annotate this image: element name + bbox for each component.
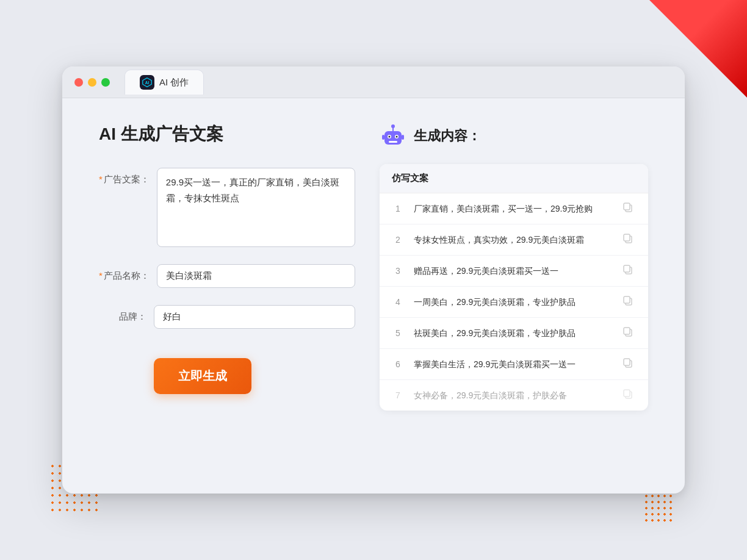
row-number: 5 <box>392 328 404 338</box>
svg-point-6 <box>396 136 398 138</box>
row-text: 女神必备，29.9元美白淡斑霜，护肤必备 <box>414 389 613 402</box>
browser-window: AI AI 创作 AI 生成广告文案 *广告文案： 29.9买一送一，真正的厂家… <box>62 66 685 494</box>
row-number: 1 <box>392 204 404 214</box>
right-panel: 生成内容： 仿写文案 1 厂家直销，美白淡斑霜，买一送一，29.9元抢购 2 专… <box>380 123 648 411</box>
copy-icon[interactable] <box>622 202 636 215</box>
svg-point-9 <box>391 124 395 128</box>
svg-rect-11 <box>402 135 404 140</box>
svg-rect-25 <box>624 390 630 397</box>
table-row: 1 厂家直销，美白淡斑霜，买一送一，29.9元抢购 <box>380 193 648 224</box>
table-row: 3 赠品再送，29.9元美白淡斑霜买一送一 <box>380 256 648 287</box>
maximize-button[interactable] <box>101 78 110 87</box>
table-header-text: 仿写文案 <box>392 173 428 183</box>
product-name-required: * <box>99 270 103 281</box>
copy-icon[interactable] <box>622 295 636 309</box>
result-title: 生成内容： <box>414 127 481 145</box>
copy-icon[interactable] <box>622 326 636 340</box>
svg-text:AI: AI <box>145 81 150 85</box>
tab-ai-creation[interactable]: AI AI 创作 <box>125 70 204 95</box>
svg-rect-13 <box>624 203 630 210</box>
result-rows: 1 厂家直销，美白淡斑霜，买一送一，29.9元抢购 2 专抹女性斑点，真实功效，… <box>380 193 648 411</box>
row-number: 2 <box>392 235 404 245</box>
svg-point-5 <box>389 136 391 138</box>
page-title: AI 生成广告文案 <box>99 123 355 146</box>
copy-icon[interactable] <box>622 357 636 371</box>
copy-icon[interactable] <box>622 389 636 402</box>
svg-rect-21 <box>624 328 630 334</box>
minimize-button[interactable] <box>88 78 96 87</box>
table-row: 6 掌握美白生活，29.9元美白淡斑霜买一送一 <box>380 349 648 380</box>
title-bar: AI AI 创作 <box>62 66 685 98</box>
table-row: 5 祛斑美白，29.9元美白淡斑霜，专业护肤品 <box>380 318 648 349</box>
brand-row: 品牌： <box>99 305 355 329</box>
row-text: 掌握美白生活，29.9元美白淡斑霜买一送一 <box>414 358 613 371</box>
table-row: 4 一周美白，29.9元美白淡斑霜，专业护肤品 <box>380 287 648 318</box>
row-text: 一周美白，29.9元美白淡斑霜，专业护肤品 <box>414 296 613 309</box>
brand-label: 品牌： <box>99 305 154 323</box>
ai-tab-icon: AI <box>140 75 154 90</box>
tab-label: AI 创作 <box>159 77 189 88</box>
brand-input[interactable] <box>154 305 355 329</box>
table-row: 2 专抹女性斑点，真实功效，29.9元美白淡斑霜 <box>380 224 648 256</box>
copy-icon[interactable] <box>622 264 636 278</box>
ad-copy-label: *广告文案： <box>99 168 157 185</box>
generate-button[interactable]: 立即生成 <box>154 358 251 394</box>
svg-rect-7 <box>389 141 397 143</box>
svg-rect-15 <box>624 234 630 241</box>
row-text: 专抹女性斑点，真实功效，29.9元美白淡斑霜 <box>414 234 613 246</box>
ad-copy-required: * <box>99 174 103 184</box>
traffic-lights <box>74 78 110 87</box>
row-text: 赠品再送，29.9元美白淡斑霜买一送一 <box>414 265 613 278</box>
row-number: 6 <box>392 359 404 369</box>
table-row: 7 女神必备，29.9元美白淡斑霜，护肤必备 <box>380 380 648 411</box>
result-table: 仿写文案 1 厂家直销，美白淡斑霜，买一送一，29.9元抢购 2 专抹女性斑点，… <box>380 164 648 411</box>
product-name-row: *产品名称： <box>99 264 355 288</box>
row-text: 厂家直销，美白淡斑霜，买一送一，29.9元抢购 <box>414 203 613 215</box>
copy-icon[interactable] <box>622 233 636 246</box>
svg-rect-10 <box>382 135 384 140</box>
table-header: 仿写文案 <box>380 164 648 193</box>
row-number: 7 <box>392 390 404 400</box>
bg-decoration-dots-br <box>643 493 674 523</box>
ad-copy-input[interactable]: 29.9买一送一，真正的厂家直销，美白淡斑霜，专抹女性斑点 <box>157 168 355 247</box>
row-number: 3 <box>392 266 404 276</box>
svg-rect-17 <box>624 265 630 272</box>
ad-copy-row: *广告文案： 29.9买一送一，真正的厂家直销，美白淡斑霜，专抹女性斑点 <box>99 168 355 247</box>
close-button[interactable] <box>74 78 83 87</box>
row-text: 祛斑美白，29.9元美白淡斑霜，专业护肤品 <box>414 327 613 340</box>
product-name-label: *产品名称： <box>99 264 157 282</box>
row-number: 4 <box>392 297 404 307</box>
product-name-input[interactable] <box>157 264 355 288</box>
result-header: 生成内容： <box>380 123 648 149</box>
left-panel: AI 生成广告文案 *广告文案： 29.9买一送一，真正的厂家直销，美白淡斑霜，… <box>99 123 355 411</box>
svg-rect-19 <box>624 296 630 303</box>
main-content: AI 生成广告文案 *广告文案： 29.9买一送一，真正的厂家直销，美白淡斑霜，… <box>62 98 685 435</box>
svg-rect-23 <box>624 359 630 365</box>
robot-icon <box>380 123 406 149</box>
